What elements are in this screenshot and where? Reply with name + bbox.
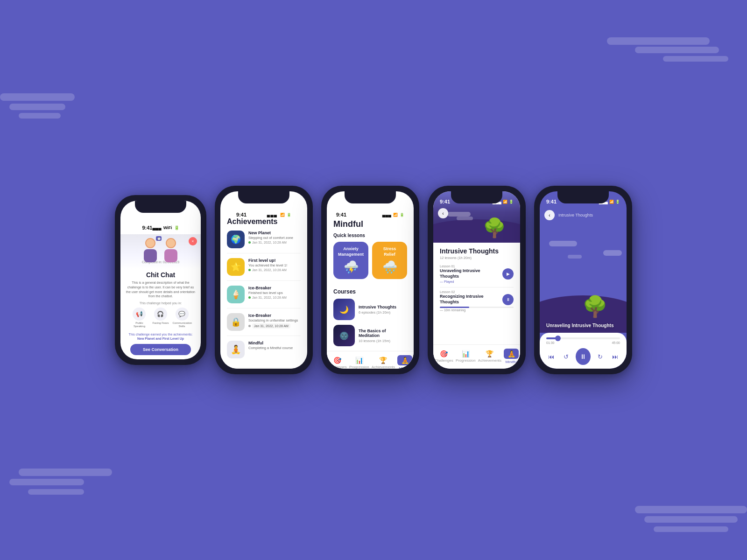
course-thumb-emoji-2: 🌚 (339, 331, 349, 340)
lesson-row-2: Lesson 02 Recognizing IntrusiveThoughts … (440, 290, 514, 312)
mindful-icon-3: 🧘 (397, 355, 412, 365)
achievement-desc-ice1: Finished two level ups (248, 291, 301, 295)
achievement-icon-lock: 🔒 (227, 313, 245, 331)
achievement-info-star: First level up! You achieved the level 1… (248, 258, 301, 272)
achievement-date-star: Jan 31, 2022, 10:28 AM (248, 268, 301, 272)
nav-achievements-4[interactable]: 🏆 Achievements (478, 350, 501, 363)
player-time-current: 01:30 (546, 341, 555, 344)
player-back-button[interactable]: ‹ (544, 210, 555, 220)
achievement-info-planet: New Planet Stepping out of comfort zone … (248, 231, 301, 244)
time-4: 9:41 (440, 199, 450, 204)
nav-mindful-3[interactable]: 🧘 Mindful (397, 355, 412, 369)
play-pause-button[interactable]: ⏸ (576, 348, 591, 365)
signal-3: ▄▄▄ (382, 212, 391, 217)
course-intrusive-thoughts[interactable]: 🌙 Intrusive Thoughts 6 episodes (1h 20m) (333, 299, 407, 320)
nav-challenges-4[interactable]: 🎯 Challenges (435, 350, 453, 363)
nav-label-mindful-4: Mindful (505, 360, 517, 364)
play-button-1[interactable]: ▶ (502, 268, 514, 280)
public-speaking-icon: 📢 (133, 308, 146, 321)
skip-back-button[interactable]: ⏮ (546, 351, 556, 362)
hero-hill (433, 219, 520, 243)
phone-5: 9:41 ▄▄▄ 📶 🔋 ‹ Intrusive Thoughts (534, 186, 632, 374)
rewind-button[interactable]: ↺ (561, 351, 571, 362)
nav-label-challenges-4: Challenges (435, 358, 453, 363)
bottom-nav-3: 🎯 Challenges 📊 Progression 🏆 Achievement… (327, 351, 414, 369)
character-group: 💬 (142, 238, 179, 259)
course-thumb-2: 🌚 (333, 325, 355, 346)
green-dot-2 (248, 269, 251, 271)
time-1: 9:41 (142, 225, 152, 231)
notch-3 (345, 191, 396, 203)
char1-body (144, 249, 157, 262)
skill-facing-fears: 🎧 Facing Fears (152, 308, 169, 328)
phone-3: 9:41 ▄▄▄ 📶 🔋 Mindful Quick lessons Anxie… (321, 186, 419, 374)
course-info-2: The Basics of Meditation 10 lessons (1h … (359, 329, 407, 343)
stress-emoji: 🌧️ (382, 260, 397, 274)
char2-body (164, 249, 177, 262)
skip-forward-button[interactable]: ⏭ (610, 351, 620, 362)
nav-challenges-3[interactable]: 🎯 Challenges (328, 357, 347, 369)
achievement-icon-star: ⭐ (227, 258, 245, 276)
player-buttons: ⏮ ↺ ⏸ ↻ ⏭ (546, 348, 620, 365)
course-name-2: The Basics of Meditation (359, 329, 407, 338)
achievement-first-level: ⭐ First level up! You achieved the level… (227, 258, 301, 281)
achievement-icon-ice1: 🍦 (227, 286, 245, 303)
lesson-name-row-1: Unraveling IntrusiveThoughts ▶ (440, 268, 514, 280)
mindful-icon-4: 🧘 (504, 349, 519, 359)
nav-achievements-3[interactable]: 🏆 Achievements (372, 357, 395, 369)
course-thumb-1: 🌙 (333, 299, 355, 320)
lesson-card-anxiety[interactable]: AnxietyManagement ⛈️ (333, 242, 368, 279)
lesson-name-row-2: Recognizing IntrusiveThoughts ⏸ (440, 294, 514, 305)
achievement-name-ice2: Ice-Breaker (248, 313, 301, 318)
achievements-title: Achievements (227, 217, 301, 226)
close-button[interactable]: × (189, 237, 197, 245)
nav-progression-4[interactable]: 📊 Progression (456, 350, 476, 363)
achievement-mindful: 🧘 Mindful Completing a Mindful course (227, 341, 301, 363)
communication-icon: 💬 (176, 308, 189, 321)
lesson-name-2: Recognizing IntrusiveThoughts (440, 294, 502, 305)
lesson-num-1: Lesson 01 (440, 265, 514, 268)
phone1-body: Chit Chat This is a general description … (120, 269, 201, 359)
anxiety-emoji: ⛈️ (344, 260, 359, 274)
achievement-icon-mindful: 🧘 (227, 341, 245, 358)
achievement-name-planet: New Planet (248, 231, 301, 235)
phone1-content: 9:41 ▄▄▄ WiFi 🔋 × 💬 (120, 201, 201, 359)
signal-2: ▄▄▄ (267, 212, 277, 217)
achievement-name-star: First level up! (248, 258, 301, 263)
signal-icon-1: ▄▄▄ (152, 225, 161, 230)
chit-chat-desc: This is a general description of what th… (125, 280, 196, 299)
player-progress-bar[interactable] (546, 337, 620, 339)
achievement-icon-planet: 🌍 (227, 231, 245, 248)
achievement-desc-ice2: Socializing in unfamiliar settings (248, 318, 301, 322)
nav-progression-3[interactable]: 📊 Progression (349, 357, 369, 369)
achievement-new-planet: 🌍 New Planet Stepping out of comfort zon… (227, 231, 301, 253)
player-cloud-1 (549, 241, 577, 246)
achievement-date-ice2: Jan 31, 2022, 10:28 AM (248, 323, 301, 329)
stress-title: StressRelief (383, 246, 396, 257)
player-controls: 01:30 45:00 ⏮ ↺ ⏸ ↻ ⏭ (540, 333, 627, 369)
achievements-icon-3: 🏆 (379, 357, 387, 364)
facing-fears-icon: 🎧 (154, 308, 167, 321)
progression-icon-3: 📊 (355, 357, 363, 364)
time-3: 9:41 (336, 212, 346, 217)
hero-cloud-2 (457, 217, 473, 220)
achievement-info-ice2: Ice-Breaker Socializing in unfamiliar se… (248, 313, 301, 329)
wifi-icon-1: WiFi (163, 225, 172, 230)
wifi-3: 📶 (393, 213, 398, 217)
quick-lessons-label: Quick lessons (333, 233, 407, 238)
pause-button-2[interactable]: ⏸ (502, 294, 514, 305)
achievement-date-ice1: Jan 31, 2022, 10:28 AM (248, 296, 301, 299)
nav-label-mindful-3: Mindful (399, 366, 411, 369)
char1-head (145, 238, 155, 248)
public-speaking-label: Public Speaking (130, 322, 148, 328)
nav-mindful-4[interactable]: 🧘 Mindful (504, 349, 519, 364)
lesson-card-stress[interactable]: StressRelief 🌧️ (372, 242, 407, 279)
achievement-desc-planet: Stepping out of comfort zone (248, 236, 301, 240)
see-conversation-button[interactable]: See Conversation (130, 344, 191, 355)
back-button-4[interactable]: ‹ (438, 208, 448, 218)
course-meditation[interactable]: 🌚 The Basics of Meditation 10 lessons (1… (333, 325, 407, 346)
speech-bubble-1: 💬 (156, 236, 162, 241)
achievement-ice-breaker-1: 🍦 Ice-Breaker Finished two level ups Jan… (227, 286, 301, 308)
progress-fill-2 (440, 307, 469, 308)
fast-forward-button[interactable]: ↻ (595, 351, 605, 362)
